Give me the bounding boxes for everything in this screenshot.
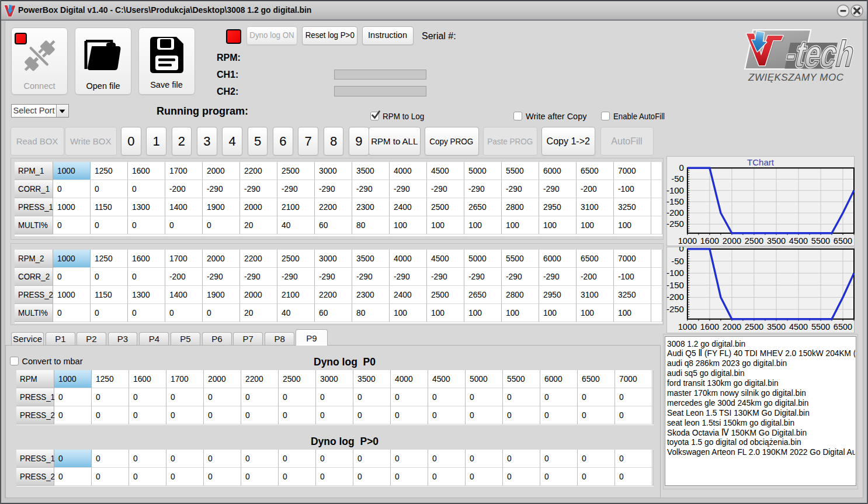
svg-text:1000: 1000 — [678, 322, 697, 331]
svg-text:-150: -150 — [666, 196, 684, 206]
svg-text:-50: -50 — [671, 174, 684, 184]
svg-text:4500: 4500 — [789, 322, 808, 331]
svg-text:1600: 1600 — [700, 322, 719, 331]
svg-text:1600: 1600 — [700, 236, 719, 246]
svg-text:-tech: -tech — [782, 33, 859, 74]
svg-text:4500: 4500 — [789, 236, 808, 246]
svg-text:2500: 2500 — [745, 236, 763, 246]
svg-text:-250: -250 — [666, 304, 684, 314]
svg-text:-250: -250 — [666, 219, 684, 229]
svg-text:-100: -100 — [666, 185, 684, 195]
svg-text:-100: -100 — [666, 268, 684, 278]
svg-text:3500: 3500 — [767, 322, 786, 331]
svg-text:2500: 2500 — [745, 322, 763, 331]
svg-text:-50: -50 — [671, 256, 684, 265]
svg-text:6500: 6500 — [834, 322, 852, 331]
svg-text:3500: 3500 — [767, 236, 786, 246]
svg-text:5500: 5500 — [811, 236, 830, 246]
svg-text:-200: -200 — [666, 208, 684, 218]
svg-text:0: 0 — [679, 247, 683, 253]
svg-text:ZWIĘKSZAMY MOC: ZWIĘKSZAMY MOC — [748, 72, 844, 83]
svg-text:1000: 1000 — [678, 236, 697, 246]
svg-text:2000: 2000 — [723, 322, 741, 331]
svg-text:-150: -150 — [666, 279, 684, 289]
svg-text:0: 0 — [679, 163, 683, 172]
svg-text:-200: -200 — [666, 292, 684, 302]
svg-text:2000: 2000 — [723, 236, 741, 246]
svg-text:6500: 6500 — [834, 236, 852, 246]
svg-text:5500: 5500 — [811, 322, 830, 331]
